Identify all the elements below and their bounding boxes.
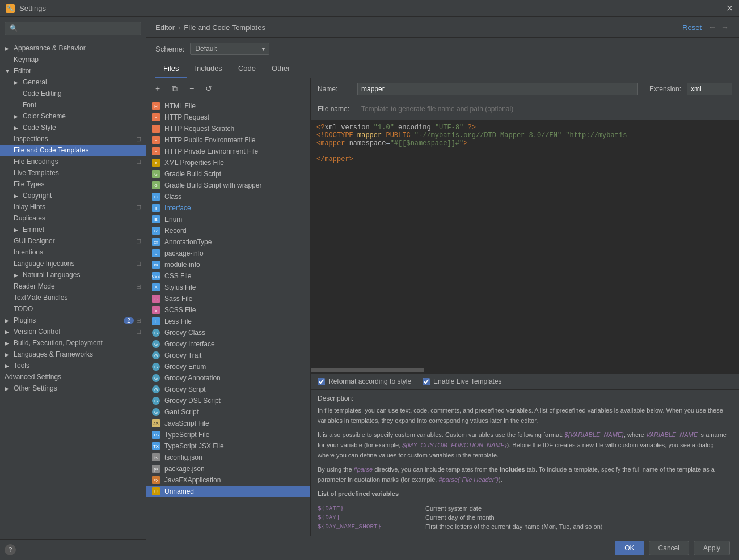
template-item-http-request[interactable]: H HTTP Request: [146, 112, 310, 123]
sidebar-item-version-control[interactable]: ▶ Version Control ⊟: [0, 326, 146, 337]
sidebar-item-appearance[interactable]: ▶ Appearance & Behavior: [0, 43, 146, 54]
sidebar-item-inspections[interactable]: Inspections ⊟: [0, 133, 146, 145]
copy-template-button[interactable]: ⧉: [168, 82, 181, 95]
template-item-annotation-type[interactable]: @ AnnotationType: [146, 236, 310, 248]
template-item-scss-file[interactable]: S SCSS File: [146, 304, 310, 316]
reformat-checkbox-item[interactable]: Reformat according to style: [318, 377, 411, 385]
template-item-typescript-file[interactable]: TS TypeScript File: [146, 429, 310, 440]
cancel-button[interactable]: Cancel: [649, 541, 689, 555]
sidebar-item-duplicates[interactable]: Duplicates: [0, 213, 146, 224]
template-item-groovy-annotation[interactable]: G Groovy Annotation: [146, 372, 310, 384]
tab-other[interactable]: Other: [264, 60, 298, 78]
template-item-groovy-interface[interactable]: G Groovy Interface: [146, 338, 310, 350]
apply-button[interactable]: Apply: [694, 541, 730, 555]
sidebar-item-natural-languages[interactable]: ▶ Natural Languages: [0, 269, 146, 281]
reset-template-button[interactable]: ↺: [202, 82, 216, 95]
variable-row-day: ${DAY} Current day of the month: [318, 513, 732, 522]
template-item-groovy-trait[interactable]: G Groovy Trait: [146, 350, 310, 361]
template-item-html-file[interactable]: H HTML File: [146, 100, 310, 112]
groovy-annotation-icon: G: [152, 374, 160, 382]
tab-code[interactable]: Code: [230, 60, 264, 78]
sidebar-item-font[interactable]: Font: [0, 99, 146, 111]
template-item-xml-properties[interactable]: X XML Properties File: [146, 157, 310, 168]
horizontal-scrollbar[interactable]: [311, 367, 739, 374]
template-item-enum[interactable]: E Enum: [146, 214, 310, 225]
expand-arrow: ▶: [14, 113, 19, 120]
template-item-css-file[interactable]: CSS CSS File: [146, 270, 310, 282]
sidebar-item-code-style[interactable]: ▶ Code Style: [0, 122, 146, 133]
sidebar-item-languages-frameworks[interactable]: ▶ Languages & Frameworks: [0, 349, 146, 360]
template-item-tsconfig-json[interactable]: ts tsconfig.json: [146, 452, 310, 463]
code-editor[interactable]: <?xml version="1.0" encoding="UTF-8" ?> …: [311, 120, 739, 367]
plugins-count-badge: 2: [124, 317, 134, 324]
sidebar-item-inlay-hints[interactable]: Inlay Hints ⊟: [0, 201, 146, 213]
template-item-groovy-class[interactable]: G Groovy Class: [146, 327, 310, 338]
sidebar-item-editor[interactable]: ▼ Editor: [0, 65, 146, 77]
sidebar-item-build-execution[interactable]: ▶ Build, Execution, Deployment: [0, 337, 146, 349]
filename-input[interactable]: [357, 103, 732, 115]
tab-includes[interactable]: Includes: [187, 60, 230, 78]
back-button[interactable]: ←: [707, 23, 717, 32]
sidebar-item-plugins[interactable]: ▶ Plugins 2 ⊟: [0, 315, 146, 326]
sidebar-item-language-injections[interactable]: Language Injections ⊟: [0, 258, 146, 269]
template-item-gradle-build[interactable]: G Gradle Build Script: [146, 168, 310, 180]
template-item-sass-file[interactable]: S Sass File: [146, 293, 310, 304]
reformat-checkbox[interactable]: [318, 378, 325, 385]
template-item-unnamed[interactable]: U Unnamed: [146, 486, 310, 497]
sidebar-item-file-encodings[interactable]: File Encodings ⊟: [0, 156, 146, 167]
sidebar-item-color-scheme[interactable]: ▶ Color Scheme: [0, 111, 146, 122]
sidebar-item-reader-mode[interactable]: Reader Mode ⊟: [0, 281, 146, 292]
live-templates-checkbox-item[interactable]: Enable Live Templates: [423, 377, 502, 385]
sidebar-item-todo[interactable]: TODO: [0, 303, 146, 315]
sidebar-item-intentions[interactable]: Intentions: [0, 247, 146, 258]
sidebar-item-copyright[interactable]: ▶ Copyright: [0, 190, 146, 201]
template-item-http-public-env[interactable]: H HTTP Public Environment File: [146, 134, 310, 146]
template-item-http-request-scratch[interactable]: H HTTP Request Scratch: [146, 123, 310, 134]
template-item-package-info[interactable]: p package-info: [146, 248, 310, 259]
search-input[interactable]: [5, 22, 141, 35]
template-item-http-private-env[interactable]: H HTTP Private Environment File: [146, 146, 310, 157]
sidebar-item-label: Reader Mode: [14, 282, 55, 290]
sidebar-item-file-types[interactable]: File Types: [0, 179, 146, 190]
template-item-javafx-application[interactable]: FX JavaFXApplication: [146, 474, 310, 486]
sidebar-item-tools[interactable]: ▶ Tools: [0, 360, 146, 371]
sidebar-item-gui-designer[interactable]: GUI Designer ⊟: [0, 235, 146, 247]
add-template-button[interactable]: +: [151, 82, 164, 95]
ok-button[interactable]: OK: [615, 541, 644, 555]
sidebar-item-keymap[interactable]: Keymap: [0, 54, 146, 65]
template-item-less-file[interactable]: L Less File: [146, 316, 310, 327]
sidebar-item-general[interactable]: ▶ General: [0, 77, 146, 88]
scheme-select[interactable]: Default Project: [190, 43, 269, 55]
template-item-groovy-dsl[interactable]: G Groovy DSL Script: [146, 395, 310, 406]
sidebar-item-other-settings[interactable]: ▶ Other Settings: [0, 383, 146, 394]
template-item-module-info[interactable]: m module-info: [146, 259, 310, 270]
template-item-gant-script[interactable]: G Gant Script: [146, 406, 310, 418]
extension-input[interactable]: [687, 83, 732, 95]
template-item-groovy-enum[interactable]: G Groovy Enum: [146, 361, 310, 372]
sidebar-item-file-and-code-templates[interactable]: File and Code Templates: [0, 145, 146, 156]
tab-files[interactable]: Files: [155, 60, 187, 78]
live-templates-checkbox[interactable]: [423, 378, 430, 385]
template-item-typescript-jsx[interactable]: TX TypeScript JSX File: [146, 440, 310, 452]
close-button[interactable]: ✕: [725, 5, 733, 12]
sidebar-item-advanced-settings[interactable]: Advanced Settings: [0, 371, 146, 383]
name-input[interactable]: [357, 83, 638, 95]
remove-template-button[interactable]: −: [185, 82, 199, 95]
sidebar-item-emmet[interactable]: ▶ Emmet: [0, 224, 146, 235]
template-item-javascript-file[interactable]: JS JavaScript File: [146, 418, 310, 429]
template-item-gradle-wrapper[interactable]: G Gradle Build Script with wrapper: [146, 180, 310, 191]
template-item-interface[interactable]: I Interface: [146, 202, 310, 214]
expand-arrow: ▶: [5, 329, 10, 335]
forward-button[interactable]: →: [720, 23, 730, 32]
template-item-class[interactable]: C Class: [146, 191, 310, 202]
template-item-groovy-script[interactable]: G Groovy Script: [146, 384, 310, 395]
template-item-record[interactable]: R Record: [146, 225, 310, 236]
reset-button[interactable]: Reset: [682, 23, 702, 32]
template-item-stylus-file[interactable]: S Stylus File: [146, 282, 310, 293]
template-item-package-json[interactable]: pk package.json: [146, 463, 310, 474]
html-icon: H: [152, 102, 160, 110]
sidebar-item-live-templates[interactable]: Live Templates: [0, 167, 146, 179]
sidebar-item-textmate-bundles[interactable]: TextMate Bundles: [0, 292, 146, 303]
help-button[interactable]: ?: [5, 544, 16, 555]
sidebar-item-code-editing[interactable]: Code Editing: [0, 88, 146, 99]
